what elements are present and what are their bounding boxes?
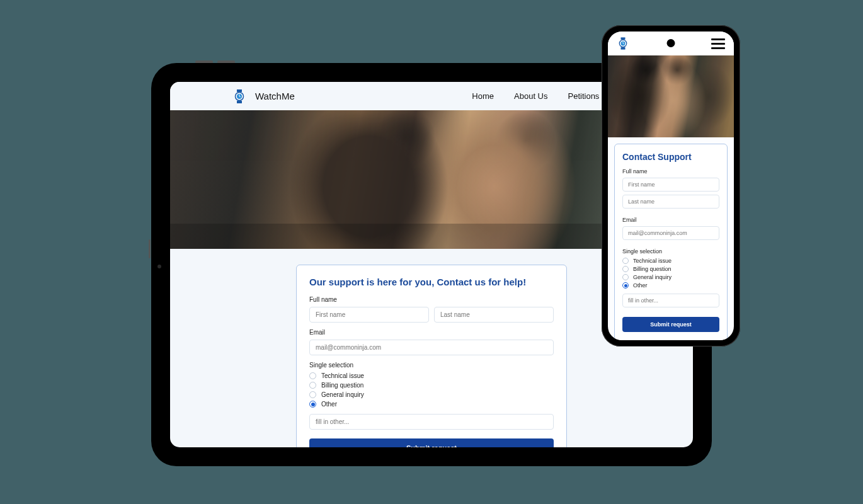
- svg-rect-4: [621, 37, 626, 40]
- radio-icon: [309, 401, 316, 408]
- support-form-card: Our support is here for you, Contact us …: [296, 265, 567, 447]
- phone-hero-image: [608, 55, 734, 137]
- phone-last-name-input[interactable]: [622, 195, 719, 209]
- phone-email-label: Email: [622, 217, 719, 223]
- radio-icon: [622, 258, 629, 264]
- phone-full-name-label: Full name: [622, 168, 719, 175]
- radio-icon: [622, 266, 629, 272]
- phone-support-form-card: Contact Support Full name Email Single s…: [614, 144, 728, 340]
- radio-icon: [622, 274, 629, 280]
- radio-label: General inquiry: [633, 274, 672, 280]
- phone-radio-billing[interactable]: Billing question: [622, 266, 719, 272]
- radio-billing[interactable]: Billing question: [309, 382, 554, 389]
- svg-rect-5: [621, 47, 626, 50]
- form-title: Our support is here for you, Contact us …: [309, 277, 554, 287]
- radio-label: Billing question: [633, 266, 672, 272]
- radio-other[interactable]: Other: [309, 401, 554, 408]
- first-name-input[interactable]: [309, 307, 429, 323]
- email-input[interactable]: [309, 340, 554, 355]
- brand-name: WatchMe: [255, 91, 295, 101]
- logo-group[interactable]: WatchMe: [233, 90, 295, 103]
- phone-email-input[interactable]: [622, 226, 719, 240]
- phone-device-frame: Contact Support Full name Email Single s…: [602, 25, 740, 346]
- nav-petitions[interactable]: Petitions: [568, 91, 600, 101]
- phone-radio-other[interactable]: Other: [622, 282, 719, 289]
- radio-label: Technical issue: [321, 372, 364, 379]
- radio-icon: [309, 391, 316, 398]
- nav-home[interactable]: Home: [472, 91, 494, 101]
- watch-icon[interactable]: [617, 37, 629, 50]
- phone-radio-technical[interactable]: Technical issue: [622, 258, 719, 264]
- radio-label: Billing question: [321, 382, 363, 389]
- phone-form-title: Contact Support: [622, 152, 719, 162]
- radio-label: Technical issue: [633, 258, 672, 264]
- radio-label: General inquiry: [321, 391, 364, 398]
- radio-general[interactable]: General inquiry: [309, 391, 554, 398]
- radio-icon: [622, 282, 629, 289]
- phone-other-input[interactable]: [622, 294, 719, 307]
- tablet-camera-dot: [157, 265, 161, 268]
- radio-label: Other: [633, 282, 648, 289]
- phone-submit-button[interactable]: Submit request: [622, 317, 719, 332]
- nav-about[interactable]: About Us: [514, 91, 547, 101]
- svg-rect-0: [237, 89, 242, 92]
- watch-icon: [233, 90, 246, 103]
- radio-group: Technical issue Billing question General…: [309, 372, 554, 408]
- tablet-side-buttons: [149, 239, 151, 309]
- other-input[interactable]: [309, 414, 554, 430]
- tablet-top-buttons: [195, 60, 235, 63]
- radio-icon: [309, 372, 316, 379]
- single-selection-label: Single selection: [309, 362, 554, 369]
- phone-screen: Contact Support Full name Email Single s…: [608, 32, 734, 340]
- svg-rect-1: [237, 101, 242, 103]
- submit-button[interactable]: Submit request: [309, 438, 554, 447]
- phone-radio-general[interactable]: General inquiry: [622, 274, 719, 280]
- radio-technical[interactable]: Technical issue: [309, 372, 554, 379]
- phone-radio-group: Technical issue Billing question General…: [622, 258, 719, 289]
- phone-first-name-input[interactable]: [622, 178, 719, 192]
- last-name-input[interactable]: [434, 307, 554, 323]
- hamburger-menu-icon[interactable]: [711, 38, 725, 49]
- full-name-label: Full name: [309, 296, 554, 303]
- phone-single-selection-label: Single selection: [622, 248, 719, 255]
- phone-camera-dot: [667, 39, 675, 47]
- radio-label: Other: [321, 401, 337, 408]
- radio-icon: [309, 382, 316, 389]
- email-label: Email: [309, 329, 554, 336]
